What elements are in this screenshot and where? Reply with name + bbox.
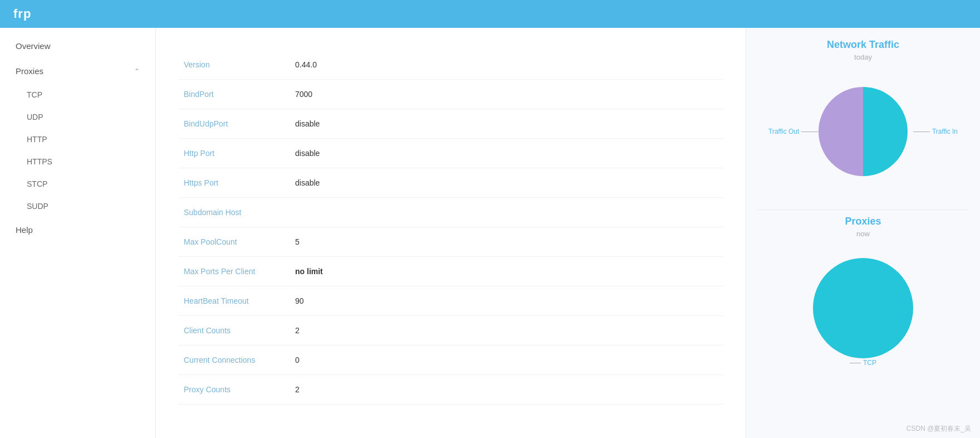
field-value: 2 xyxy=(290,316,723,345)
sidebar: Overview Proxies ⌃ TCP UDP HTTP HTTPS ST… xyxy=(0,28,156,438)
field-label: BindPort xyxy=(178,80,290,109)
sidebar-item-overview[interactable]: Overview xyxy=(0,33,155,59)
section-divider xyxy=(757,210,969,210)
network-traffic-subtitle: today xyxy=(854,53,872,61)
field-label: Subdomain Host xyxy=(178,198,290,227)
sidebar-item-stcp[interactable]: STCP xyxy=(0,173,155,195)
proxies-section: Proxies now TCP xyxy=(757,216,969,369)
field-label: Client Counts xyxy=(178,316,290,345)
table-row: BindUdpPortdisable xyxy=(178,109,723,139)
proxies-chart-title: Proxies xyxy=(845,216,881,227)
table-row: HeartBeat Timeout90 xyxy=(178,286,723,316)
table-row: Version0.44.0 xyxy=(178,50,723,80)
chevron-up-icon: ⌃ xyxy=(134,67,140,75)
sidebar-item-udp[interactable]: UDP xyxy=(0,106,155,128)
field-value: no limit xyxy=(290,257,723,286)
info-panel: Version0.44.0BindPort7000BindUdpPortdisa… xyxy=(156,28,746,438)
traffic-in-label: Traffic In xyxy=(932,128,958,135)
table-row: Subdomain Host xyxy=(178,198,723,227)
field-label: Current Connections xyxy=(178,345,290,375)
field-label: Max PoolCount xyxy=(178,227,290,257)
table-row: Max PoolCount5 xyxy=(178,227,723,257)
main-layout: Overview Proxies ⌃ TCP UDP HTTP HTTPS ST… xyxy=(0,28,980,438)
table-row: Max Ports Per Clientno limit xyxy=(178,257,723,286)
proxies-pie xyxy=(807,252,919,364)
sidebar-item-tcp[interactable]: TCP xyxy=(0,84,155,106)
field-label: Proxy Counts xyxy=(178,375,290,405)
right-panel: Network Traffic today Traffic Out xyxy=(746,28,980,438)
sidebar-item-overview-label: Overview xyxy=(16,41,51,51)
sidebar-item-proxies-label: Proxies xyxy=(16,66,43,76)
field-value: 90 xyxy=(290,286,723,316)
network-traffic-pie xyxy=(813,81,913,182)
field-value: 5 xyxy=(290,227,723,257)
field-label: Https Port xyxy=(178,168,290,198)
field-value: disable xyxy=(290,168,723,198)
network-traffic-title: Network Traffic xyxy=(827,39,899,51)
field-value: 0 xyxy=(290,345,723,375)
table-row: Client Counts2 xyxy=(178,316,723,345)
table-row: Https Portdisable xyxy=(178,168,723,198)
field-label: Version xyxy=(178,50,290,80)
field-label: Http Port xyxy=(178,139,290,168)
svg-point-0 xyxy=(813,258,913,358)
app-header: frp xyxy=(0,0,980,28)
field-value: 7000 xyxy=(290,80,723,109)
field-label: BindUdpPort xyxy=(178,109,290,139)
sidebar-item-proxies[interactable]: Proxies ⌃ xyxy=(0,59,155,84)
traffic-out-label: Traffic Out xyxy=(768,128,799,135)
field-value: disable xyxy=(290,109,723,139)
info-table: Version0.44.0BindPort7000BindUdpPortdisa… xyxy=(178,50,723,405)
field-value: 2 xyxy=(290,375,723,405)
table-row: BindPort7000 xyxy=(178,80,723,109)
table-row: Http Portdisable xyxy=(178,139,723,168)
network-traffic-section: Network Traffic today Traffic Out xyxy=(757,39,969,193)
table-row: Proxy Counts2 xyxy=(178,375,723,405)
field-value xyxy=(290,198,723,227)
table-row: Current Connections0 xyxy=(178,345,723,375)
content-area: Version0.44.0BindPort7000BindUdpPortdisa… xyxy=(156,28,980,438)
sidebar-item-https[interactable]: HTTPS xyxy=(0,150,155,173)
sidebar-item-http[interactable]: HTTP xyxy=(0,128,155,150)
sidebar-item-help[interactable]: Help xyxy=(0,217,155,242)
proxies-chart-subtitle: now xyxy=(856,230,870,238)
field-value: 0.44.0 xyxy=(290,50,723,80)
field-label: Max Ports Per Client xyxy=(178,257,290,286)
tcp-label: TCP xyxy=(863,359,876,367)
app-title: frp xyxy=(13,7,31,21)
field-label: HeartBeat Timeout xyxy=(178,286,290,316)
watermark: CSDN @夏初春末_吴 xyxy=(906,424,971,434)
field-value: disable xyxy=(290,139,723,168)
sidebar-item-sudp[interactable]: SUDP xyxy=(0,195,155,217)
sidebar-item-help-label: Help xyxy=(16,225,33,235)
